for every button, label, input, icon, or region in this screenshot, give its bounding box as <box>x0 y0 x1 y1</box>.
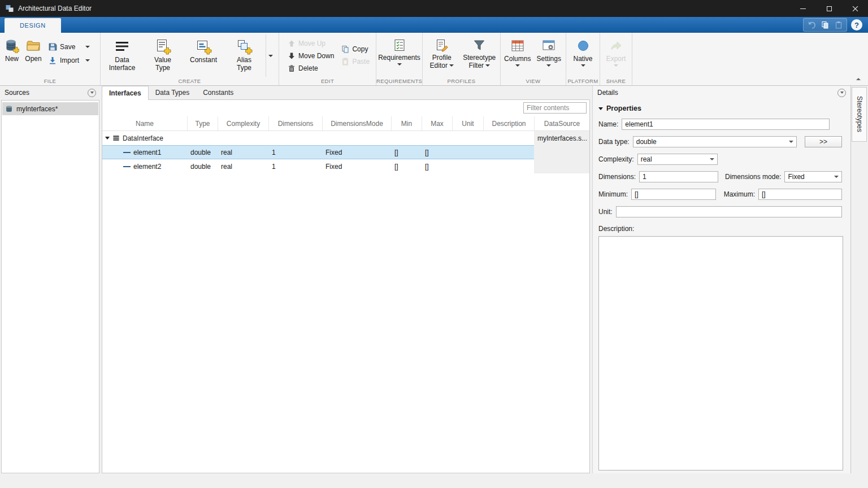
name-label: Name: <box>598 120 618 128</box>
row-name: element1 <box>133 149 161 156</box>
tab-stereotypes[interactable]: Stereotypes <box>852 87 867 142</box>
details-collapse-button[interactable] <box>837 89 846 97</box>
profile-editor-button[interactable]: Profile Editor <box>424 34 460 77</box>
unit-input[interactable] <box>616 206 842 217</box>
import-button[interactable]: Import <box>46 54 92 67</box>
close-button[interactable] <box>842 0 868 17</box>
properties-section-header[interactable]: Properties <box>598 104 850 112</box>
profile-editor-label-1: Profile <box>432 54 452 62</box>
column-header-datasource[interactable]: DataSource <box>534 116 589 130</box>
source-item-myinterfaces[interactable]: myInterfaces* <box>2 102 98 115</box>
constant-button[interactable]: Constant <box>183 34 224 77</box>
filter-contents-input[interactable] <box>523 102 587 114</box>
table-row-element2[interactable]: element2 double real 1 Fixed [] [] <box>102 159 589 173</box>
data-type-expand-button[interactable]: >> <box>805 136 842 147</box>
value-type-icon <box>154 37 171 56</box>
maximum-input[interactable] <box>758 189 842 200</box>
undo-icon[interactable] <box>805 19 818 30</box>
tab-design[interactable]: DESIGN <box>5 18 61 33</box>
dimensionsmode-cell: Fixed <box>322 163 391 171</box>
app-icon <box>5 4 14 13</box>
paste-label: Paste <box>352 58 370 66</box>
ribbon-group-create: DataInterface ValueType Constant AliasTy… <box>101 33 279 85</box>
delete-button[interactable]: Delete <box>286 62 340 75</box>
data-type-combobox[interactable]: double <box>633 136 797 147</box>
complexity-value: real <box>641 155 652 163</box>
dimensions-cell: 1 <box>268 149 322 156</box>
export-button[interactable]: Export <box>601 34 631 67</box>
complexity-cell: real <box>218 149 268 156</box>
settings-button[interactable]: Settings <box>533 34 565 77</box>
minimize-button[interactable] <box>790 0 816 17</box>
dimensions-mode-combobox[interactable]: Fixed <box>784 171 842 182</box>
name-input[interactable] <box>622 119 830 130</box>
properties-title: Properties <box>606 104 641 112</box>
native-platform-icon <box>577 37 589 55</box>
move-down-button[interactable]: Move Down <box>286 50 340 62</box>
alias-type-label-2: Type <box>237 64 251 72</box>
stereotype-filter-button[interactable]: Stereotype Filter <box>460 34 499 77</box>
collapse-ribbon-button[interactable] <box>854 76 863 82</box>
requirements-icon <box>393 37 406 54</box>
open-button[interactable]: Open <box>23 34 44 77</box>
dimensions-input[interactable] <box>639 171 718 182</box>
alias-type-button[interactable]: AliasType <box>224 34 264 77</box>
min-cell: [] <box>391 163 422 171</box>
column-header-unit[interactable]: Unit <box>452 116 483 130</box>
column-header-type[interactable]: Type <box>187 116 218 130</box>
column-header-max[interactable]: Max <box>422 116 452 130</box>
copy-label: Copy <box>352 45 368 53</box>
max-cell: [] <box>422 149 452 156</box>
source-item-label: myInterfaces* <box>16 105 58 113</box>
data-interface-button[interactable]: DataInterface <box>102 34 142 77</box>
tab-data-types[interactable]: Data Types <box>149 86 196 99</box>
data-interface-icon <box>114 37 131 56</box>
table-row-element1[interactable]: element1 double real 1 Fixed [] [] <box>102 145 589 159</box>
window-controls <box>790 0 868 17</box>
minimize-icon <box>800 8 806 9</box>
minimum-input[interactable] <box>631 189 716 200</box>
maximize-button[interactable] <box>816 0 842 17</box>
sources-collapse-button[interactable] <box>88 89 96 97</box>
native-button[interactable]: Native <box>567 34 598 67</box>
main-tab-bar: Interfaces Data Types Constants <box>101 86 592 99</box>
collapse-node-icon[interactable] <box>105 137 110 140</box>
move-down-label: Move Down <box>298 52 334 60</box>
new-button[interactable]: New <box>1 34 23 77</box>
move-down-icon <box>288 52 296 60</box>
create-gallery-expand-button[interactable] <box>266 34 275 77</box>
import-dropdown-chevron-icon[interactable] <box>85 59 90 62</box>
paste-icon[interactable] <box>832 19 845 30</box>
copy-button[interactable]: Copy <box>340 43 375 55</box>
column-header-dimensions[interactable]: Dimensions <box>268 116 322 130</box>
max-cell: [] <box>422 163 452 171</box>
value-type-button[interactable]: ValueType <box>142 34 183 77</box>
data-interface-label-2: Interface <box>109 64 136 72</box>
maximize-icon <box>827 6 832 11</box>
column-header-min[interactable]: Min <box>391 116 422 130</box>
column-header-name[interactable]: Name <box>102 116 187 130</box>
tab-constants[interactable]: Constants <box>196 86 240 99</box>
table-row-datainterface[interactable]: DataInterface myInterfaces.s... <box>102 131 589 145</box>
tab-interfaces[interactable]: Interfaces <box>102 86 149 100</box>
move-up-button[interactable]: Move Up <box>286 37 340 50</box>
profile-editor-label-2: Editor <box>430 62 448 69</box>
alias-type-label-1: Alias <box>237 56 251 64</box>
complexity-combobox[interactable]: real <box>637 154 718 165</box>
copy-icon[interactable] <box>819 19 831 30</box>
dimensionsmode-cell: Fixed <box>322 149 391 156</box>
column-header-description[interactable]: Description <box>483 116 534 130</box>
column-header-dimensionsmode[interactable]: DimensionsMode <box>322 116 391 130</box>
paste-button[interactable]: Paste <box>340 55 375 68</box>
details-panel: Details Properties Name: Data type: doub… <box>592 86 851 473</box>
requirements-button[interactable]: Requirements <box>377 34 421 66</box>
save-dropdown-chevron-icon[interactable] <box>85 46 90 48</box>
sources-panel-title: Sources <box>5 89 29 97</box>
columns-button[interactable]: Columns <box>502 34 533 77</box>
help-button[interactable]: ? <box>851 19 862 30</box>
file-group-label: FILE <box>0 78 100 84</box>
ribbon-group-platform: Native PLATFORM <box>566 33 600 85</box>
save-button[interactable]: Save <box>46 41 92 53</box>
column-header-complexity[interactable]: Complexity <box>218 116 268 130</box>
description-textarea[interactable] <box>598 236 843 470</box>
